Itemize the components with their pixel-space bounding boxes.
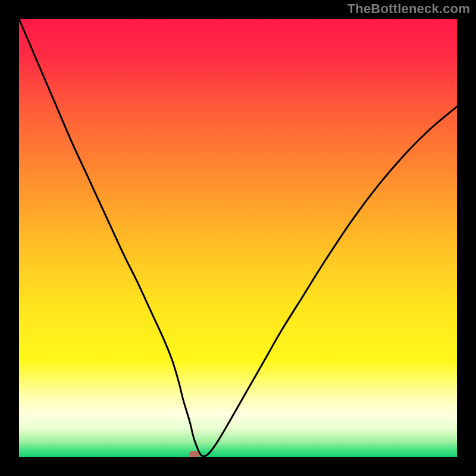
- chart-frame: TheBottleneck.com: [0, 0, 476, 476]
- chart-svg: [19, 19, 457, 457]
- gradient-rect: [19, 19, 457, 457]
- plot-area: [19, 19, 457, 457]
- optimum-marker: [189, 451, 199, 457]
- watermark-text: TheBottleneck.com: [347, 1, 470, 17]
